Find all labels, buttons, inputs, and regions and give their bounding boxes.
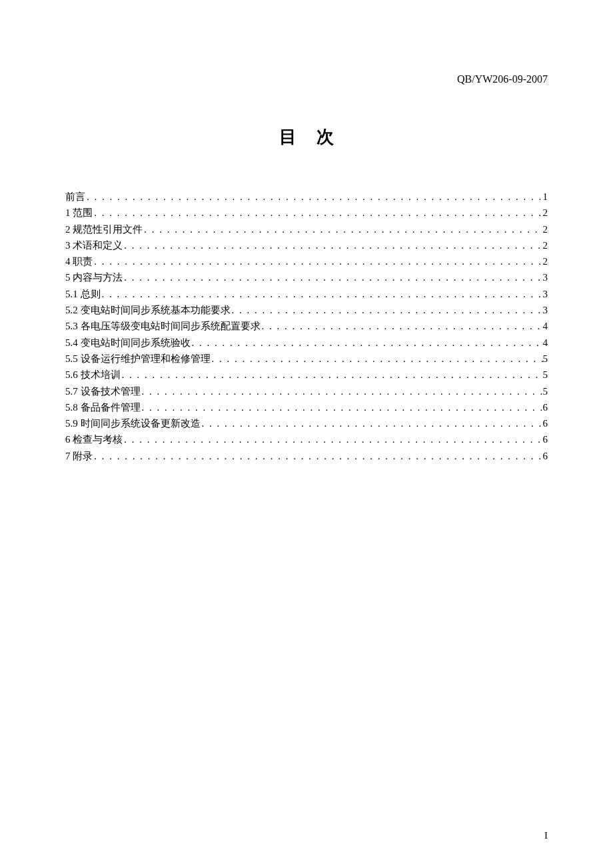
toc-label: 5.3 各电压等级变电站时间同步系统配置要求 [65, 318, 261, 334]
toc-entry: 5.3 各电压等级变电站时间同步系统配置要求 4 [65, 318, 548, 334]
toc-label: 5.5 设备运行维护管理和检修管理 [65, 351, 211, 367]
toc-entry: 3 术语和定义 2 [65, 237, 548, 253]
toc-page: 1 [543, 189, 548, 205]
toc-label: 5.2 变电站时间同步系统基本功能要求 [65, 302, 231, 318]
toc-dots [123, 269, 542, 285]
toc-page: 3 [543, 302, 548, 318]
toc-label: 5.6 技术培训 [65, 367, 121, 383]
toc-entry: 1 范围 2 [65, 205, 548, 221]
toc-dots [101, 286, 543, 302]
toc-entry: 7 附录 6 [65, 448, 548, 464]
toc-label: 前言 [65, 189, 85, 205]
toc-entry: 5.9 时间同步系统设备更新改造 6 [65, 415, 548, 431]
toc-page: 3 [543, 286, 548, 302]
toc-dots [123, 237, 542, 253]
toc-dots [123, 431, 542, 447]
toc-page: 2 [543, 253, 548, 269]
toc-dots [93, 448, 542, 464]
toc-entry: 5.1 总则 3 [65, 286, 548, 302]
toc-dots [191, 335, 543, 351]
page-title: 目次 [65, 125, 548, 149]
toc-label: 7 附录 [65, 448, 93, 464]
toc-entry: 2 规范性引用文件 2 [65, 221, 548, 237]
toc-label: 2 规范性引用文件 [65, 221, 143, 237]
toc-entry: 5.2 变电站时间同步系统基本功能要求 3 [65, 302, 548, 318]
toc-label: 1 范围 [65, 205, 93, 221]
toc-dots [143, 221, 542, 237]
toc-dots [93, 205, 542, 221]
toc-label: 4 职责 [65, 253, 93, 269]
toc-dots [141, 383, 543, 399]
toc-label: 6 检查与考核 [65, 431, 123, 447]
toc-page: 6 [543, 431, 548, 447]
toc-label: 5.1 总则 [65, 286, 101, 302]
toc-page: 5 [543, 351, 548, 367]
toc-page: 2 [543, 221, 548, 237]
toc-dots [231, 302, 543, 318]
document-page: QB/YW206-09-2007 目次 前言 1 1 范围 2 2 规范性引用文… [0, 0, 613, 868]
document-code: QB/YW206-09-2007 [65, 73, 548, 85]
toc-dots [93, 253, 542, 269]
page-number: I [544, 830, 548, 841]
toc-label: 5.9 时间同步系统设备更新改造 [65, 415, 201, 431]
toc-entry: 5 内容与方法 3 [65, 269, 548, 285]
toc-page: 4 [543, 318, 548, 334]
toc-label: 5.7 设备技术管理 [65, 383, 141, 399]
toc-dots [121, 367, 543, 383]
toc-entry: 5.5 设备运行维护管理和检修管理 5 [65, 351, 548, 367]
toc-entry: 5.4 变电站时间同步系统验收 4 [65, 335, 548, 351]
toc-entry: 5.8 备品备件管理 6 [65, 399, 548, 415]
toc-label: 5.8 备品备件管理 [65, 399, 141, 415]
toc-entry: 6 检查与考核 6 [65, 431, 548, 447]
toc-dots [141, 399, 543, 415]
toc-page: 2 [543, 205, 548, 221]
toc-label: 5 内容与方法 [65, 269, 123, 285]
table-of-contents: 前言 1 1 范围 2 2 规范性引用文件 2 3 术语和定义 2 4 职责 2… [65, 189, 548, 464]
toc-entry: 5.7 设备技术管理 5 [65, 383, 548, 399]
toc-label: 3 术语和定义 [65, 237, 123, 253]
toc-page: 2 [543, 237, 548, 253]
toc-dots [261, 318, 543, 334]
toc-page: 6 [543, 399, 548, 415]
toc-dots [201, 415, 543, 431]
toc-page: 5 [543, 367, 548, 383]
toc-dots [211, 351, 543, 367]
toc-entry: 4 职责 2 [65, 253, 548, 269]
toc-entry: 前言 1 [65, 189, 548, 205]
toc-page: 4 [543, 335, 548, 351]
toc-label: 5.4 变电站时间同步系统验收 [65, 335, 191, 351]
toc-page: 6 [543, 415, 548, 431]
toc-page: 5 [543, 383, 548, 399]
toc-entry: 5.6 技术培训 5 [65, 367, 548, 383]
toc-page: 6 [543, 448, 548, 464]
toc-page: 3 [543, 269, 548, 285]
toc-dots [85, 189, 543, 205]
